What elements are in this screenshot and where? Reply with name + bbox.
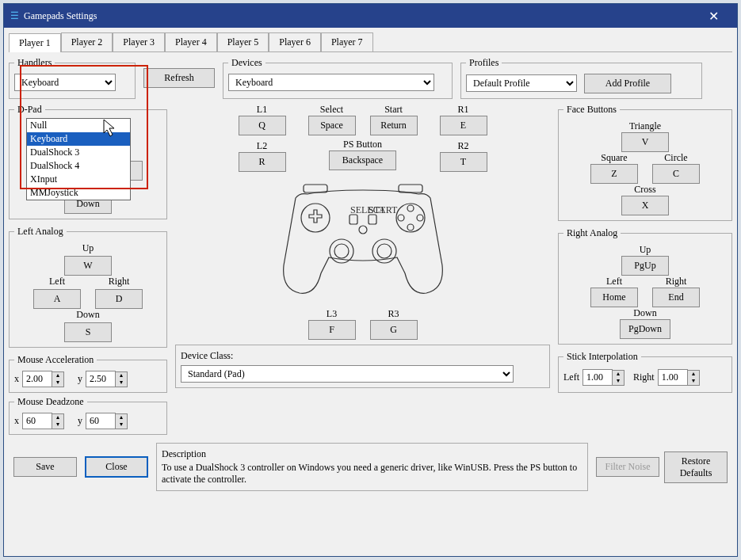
spinner-buttons[interactable]: ▴▾ <box>52 371 64 387</box>
r1-button[interactable]: E <box>440 116 487 135</box>
face-buttons-group: Face Buttons TriangleV SquareZ CircleC C… <box>558 104 732 221</box>
close-icon: ✕ <box>709 9 719 24</box>
svg-point-14 <box>359 226 367 234</box>
tab-player-5[interactable]: Player 5 <box>217 32 269 51</box>
tab-player-3[interactable]: Player 3 <box>113 32 165 51</box>
la-down-button[interactable]: S <box>64 322 112 342</box>
svg-point-9 <box>334 244 349 258</box>
left-analog-group: Left Analog UpW LeftA RightD DownS <box>9 226 167 348</box>
add-profile-button[interactable]: Add Profile <box>584 74 671 93</box>
window-close-button[interactable]: ✕ <box>696 4 731 28</box>
device-class-select[interactable]: Standard (Pad) <box>181 365 514 383</box>
left-analog-legend: Left Analog <box>14 226 67 238</box>
dpad-legend: D-Pad <box>14 104 45 116</box>
svg-text:START: START <box>369 204 398 215</box>
select-button[interactable]: Space <box>308 116 356 135</box>
square-button[interactable]: Z <box>590 164 638 184</box>
app-icon: ☰ <box>10 10 19 22</box>
handler-option-null[interactable]: Null <box>27 119 130 132</box>
svg-point-5 <box>407 224 414 230</box>
r2-button[interactable]: T <box>440 152 487 172</box>
player-tabs: Player 1 Player 2 Player 3 Player 4 Play… <box>9 32 732 52</box>
refresh-button[interactable]: Refresh <box>143 68 215 88</box>
settings-window: ☰ Gamepads Settings ✕ Player 1 Player 2 … <box>3 3 738 557</box>
profiles-group: Profiles Default Profile Add Profile <box>460 57 702 99</box>
filter-noise-button[interactable]: Filter Noise <box>596 457 659 477</box>
r3-button[interactable]: G <box>370 320 418 340</box>
start-button[interactable]: Return <box>370 116 418 135</box>
window-title: Gamepads Settings <box>24 10 97 22</box>
handler-option-keyboard[interactable]: Keyboard <box>27 132 130 146</box>
devices-group: Devices Keyboard <box>223 57 453 99</box>
l3-button[interactable]: F <box>308 320 356 340</box>
tab-player-7[interactable]: Player 7 <box>321 32 373 51</box>
handler-option-dualshock4[interactable]: DualShock 4 <box>27 159 130 173</box>
svg-point-6 <box>398 215 404 221</box>
l1-button[interactable]: Q <box>239 116 286 135</box>
svg-point-11 <box>377 244 392 258</box>
l2-button[interactable]: R <box>239 152 286 172</box>
ra-down-button[interactable]: PgDown <box>620 319 670 339</box>
devices-legend: Devices <box>228 57 265 69</box>
ra-left-button[interactable]: Home <box>590 288 638 307</box>
handlers-group: Handlers Keyboard <box>9 57 136 99</box>
mouse-deadzone-group: Mouse Deadzone x ▴▾ y ▴▾ <box>9 396 167 435</box>
svg-point-4 <box>407 205 414 211</box>
stick-interp-group: Stick Interpolation Left ▴▾ Right ▴▾ <box>558 351 732 393</box>
ra-right-button[interactable]: End <box>652 288 700 307</box>
handlers-select[interactable]: Keyboard <box>14 74 116 91</box>
mouse-accel-x[interactable] <box>22 371 52 387</box>
tab-player-2[interactable]: Player 2 <box>61 32 113 51</box>
devices-select[interactable]: Keyboard <box>228 74 434 91</box>
tab-player-6[interactable]: Player 6 <box>269 32 321 51</box>
titlebar: ☰ Gamepads Settings ✕ <box>4 4 737 28</box>
svg-point-7 <box>417 215 423 221</box>
la-up-button[interactable]: W <box>64 256 112 276</box>
spinner-buttons[interactable]: ▴▾ <box>612 370 625 386</box>
circle-button[interactable]: C <box>652 164 700 184</box>
tab-player-1[interactable]: Player 1 <box>9 33 61 52</box>
ra-up-button[interactable]: PgUp <box>621 256 669 276</box>
stick-left-input[interactable] <box>582 369 613 386</box>
la-right-button[interactable]: D <box>95 289 143 309</box>
mouse-accel-y[interactable] <box>86 371 116 387</box>
cross-button[interactable]: X <box>621 196 669 215</box>
svg-point-3 <box>396 204 425 232</box>
triangle-button[interactable]: V <box>621 132 669 152</box>
close-button[interactable]: Close <box>85 456 148 478</box>
save-button[interactable]: Save <box>13 457 77 477</box>
spinner-buttons[interactable]: ▴▾ <box>115 371 128 387</box>
mouse-dead-x[interactable] <box>22 413 52 429</box>
spinner-buttons[interactable]: ▴▾ <box>687 370 700 386</box>
stick-right-input[interactable] <box>658 369 688 386</box>
profiles-legend: Profiles <box>466 57 502 69</box>
handlers-dropdown-list[interactable]: Null Keyboard DualShock 3 DualShock 4 XI… <box>26 118 131 200</box>
handlers-legend: Handlers <box>14 57 55 69</box>
svg-point-2 <box>301 204 330 232</box>
tab-player-4[interactable]: Player 4 <box>165 32 217 51</box>
device-class-group: Device Class: Standard (Pad) <box>175 345 550 388</box>
description-group: Description To use a DualShock 3 control… <box>156 443 588 491</box>
spinner-buttons[interactable]: ▴▾ <box>115 413 128 429</box>
description-text: To use a DualShock 3 controller on Windo… <box>162 462 582 486</box>
mouse-accel-group: Mouse Acceleration x ▴▾ y ▴▾ <box>9 354 167 393</box>
la-left-button[interactable]: A <box>33 289 81 309</box>
spinner-buttons[interactable]: ▴▾ <box>52 413 64 429</box>
ps-button[interactable]: Backspace <box>329 150 396 170</box>
handler-option-mmjoystick[interactable]: MMJoystick <box>27 186 130 200</box>
profiles-select[interactable]: Default Profile <box>466 74 577 92</box>
right-analog-group: Right Analog UpPgUp LeftHome RightEnd Do… <box>558 227 732 345</box>
controller-diagram: SELECT START <box>175 178 550 305</box>
svg-rect-12 <box>349 215 357 224</box>
handler-option-dualshock3[interactable]: DualShock 3 <box>27 146 130 159</box>
handler-option-xinput[interactable]: XInput <box>27 173 130 186</box>
mouse-dead-y[interactable] <box>86 413 116 429</box>
svg-rect-13 <box>369 215 376 224</box>
restore-defaults-button[interactable]: Restore Defaults <box>664 451 728 483</box>
